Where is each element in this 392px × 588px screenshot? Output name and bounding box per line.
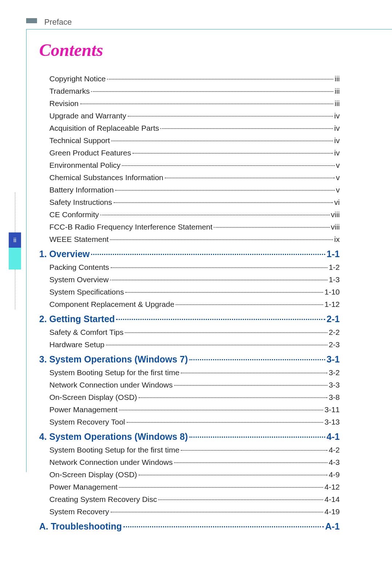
toc-item[interactable]: System Overview1-3: [39, 275, 340, 284]
toc-label: Revision: [49, 99, 79, 108]
toc-label: On-Screen Display (OSD): [49, 470, 137, 479]
toc-leader-dots: [111, 141, 333, 141]
toc-leader-dots: [115, 190, 334, 191]
toc-label: System Specifications: [49, 288, 124, 296]
toc-item[interactable]: Chemical Substances Informationv: [39, 173, 340, 182]
left-rule: [26, 29, 26, 472]
toc-label: Hardware Setup: [49, 340, 105, 349]
toc-section[interactable]: A. TroubleshootingA-1: [39, 521, 340, 532]
toc-item[interactable]: Revisioniii: [39, 99, 340, 108]
toc-label: Power Management: [49, 483, 118, 491]
toc-item[interactable]: Trademarksiii: [39, 87, 340, 96]
toc-leader-dots: [91, 91, 333, 92]
toc-leader-dots: [110, 280, 327, 280]
toc-page: iii: [335, 99, 340, 108]
toc-label: Environmental Policy: [49, 161, 121, 170]
toc-item[interactable]: Environmental Policyv: [39, 161, 340, 170]
toc-item[interactable]: FCC-B Radio Frequency Interference State…: [39, 223, 340, 231]
toc-label: CE Conformity: [49, 210, 99, 219]
toc-page: iii: [335, 87, 340, 96]
toc-item[interactable]: Network Connection under Windows3-3: [39, 381, 340, 389]
toc-section[interactable]: 2. Getting Started2-1: [39, 314, 340, 324]
toc-leader-dots: [114, 202, 333, 203]
toc-label: Packing Contents: [49, 263, 109, 272]
toc-item[interactable]: Creating System Recovery Disc4-14: [39, 495, 340, 504]
toc-page: 4-3: [329, 458, 340, 467]
toc-leader-dots: [110, 239, 332, 240]
toc-page: 3-2: [329, 368, 340, 377]
toc-page: 3-3: [329, 381, 340, 389]
toc-label: Power Management: [49, 405, 118, 414]
toc-page: 1-3: [329, 275, 340, 284]
toc-item[interactable]: Upgrade and Warrantyiv: [39, 111, 340, 120]
toc-leader-dots: [181, 373, 327, 373]
toc-item[interactable]: Green Product Featuresiv: [39, 149, 340, 157]
toc-item[interactable]: Hardware Setup2-3: [39, 340, 340, 349]
toc-page: 4-2: [329, 446, 340, 454]
margin-dots-bottom: [15, 269, 15, 309]
toc-page: 1-1: [327, 249, 340, 259]
toc-leader-dots: [139, 397, 327, 398]
toc-leader-dots: [158, 499, 323, 500]
toc-item[interactable]: System Booting Setup for the first time4…: [39, 446, 340, 454]
toc-page: 4-19: [324, 507, 340, 516]
toc-item[interactable]: WEEE Statementix: [39, 235, 340, 244]
toc-label: System Overview: [49, 275, 109, 284]
toc-item[interactable]: Power Management3-11: [39, 405, 340, 414]
margin-dots-top: [15, 192, 15, 232]
toc-item[interactable]: Component Replacement & Upgrade1-12: [39, 300, 340, 309]
page-number-tab: ii: [9, 232, 21, 248]
toc-page: vi: [334, 198, 340, 207]
toc-item[interactable]: On-Screen Display (OSD)3-8: [39, 393, 340, 402]
table-of-contents: Copyright NoticeiiiTrademarksiiiRevision…: [39, 74, 340, 532]
toc-page: v: [336, 161, 340, 170]
toc-item[interactable]: Copyright Noticeiii: [39, 74, 340, 83]
toc-section[interactable]: 3. System Operations (Windows 7)3-1: [39, 354, 340, 365]
toc-item[interactable]: Packing Contents1-2: [39, 263, 340, 272]
toc-label: Copyright Notice: [49, 74, 106, 83]
toc-label: A. Troubleshooting: [39, 521, 122, 532]
toc-leader-dots: [189, 437, 325, 438]
toc-item[interactable]: Safety Instructionsvi: [39, 198, 340, 207]
toc-item[interactable]: System Recovery4-19: [39, 507, 340, 516]
toc-leader-dots: [80, 104, 333, 104]
toc-item[interactable]: System Recovery Tool3-13: [39, 418, 340, 426]
toc-label: Safety & Comfort Tips: [49, 328, 123, 337]
toc-leader-dots: [181, 450, 327, 451]
toc-item[interactable]: Safety & Comfort Tips2-2: [39, 328, 340, 337]
toc-leader-dots: [111, 267, 327, 268]
toc-page: 1-12: [324, 300, 340, 309]
toc-item[interactable]: Technical Supportiv: [39, 136, 340, 145]
toc-label: Acquisition of Replaceable Parts: [49, 124, 159, 133]
toc-item[interactable]: CE Conformityviii: [39, 210, 340, 219]
toc-item[interactable]: Power Management4-12: [39, 483, 340, 491]
header-rule: [26, 29, 392, 29]
toc-label: System Recovery: [49, 507, 109, 516]
toc-label: System Booting Setup for the first time: [49, 446, 179, 454]
toc-item[interactable]: System Booting Setup for the first time3…: [39, 368, 340, 377]
toc-item[interactable]: Battery Informationv: [39, 186, 340, 194]
toc-page: iv: [334, 136, 340, 145]
toc-page: iv: [334, 111, 340, 120]
toc-page: 1-10: [324, 288, 340, 296]
toc-label: System Booting Setup for the first time: [49, 368, 179, 377]
toc-label: Technical Support: [49, 136, 110, 145]
toc-label: 2. Getting Started: [39, 314, 115, 324]
toc-leader-dots: [111, 512, 323, 512]
toc-label: System Recovery Tool: [49, 418, 125, 426]
toc-item[interactable]: System Specifications1-10: [39, 288, 340, 296]
toc-leader-dots: [122, 165, 334, 166]
toc-label: Network Connection under Windows: [49, 381, 173, 389]
toc-page: 3-13: [324, 418, 340, 426]
toc-page: A-1: [325, 521, 340, 532]
toc-item[interactable]: Network Connection under Windows4-3: [39, 458, 340, 467]
toc-item[interactable]: Acquisition of Replaceable Partsiv: [39, 124, 340, 133]
toc-item[interactable]: On-Screen Display (OSD)4-9: [39, 470, 340, 479]
toc-section[interactable]: 1. Overview1-1: [39, 249, 340, 259]
toc-section[interactable]: 4. System Operations (Windows 8)4-1: [39, 431, 340, 442]
toc-leader-dots: [214, 227, 329, 228]
toc-label: Network Connection under Windows: [49, 458, 173, 467]
toc-leader-dots: [165, 178, 335, 178]
toc-leader-dots: [116, 319, 325, 320]
toc-leader-dots: [125, 292, 323, 293]
